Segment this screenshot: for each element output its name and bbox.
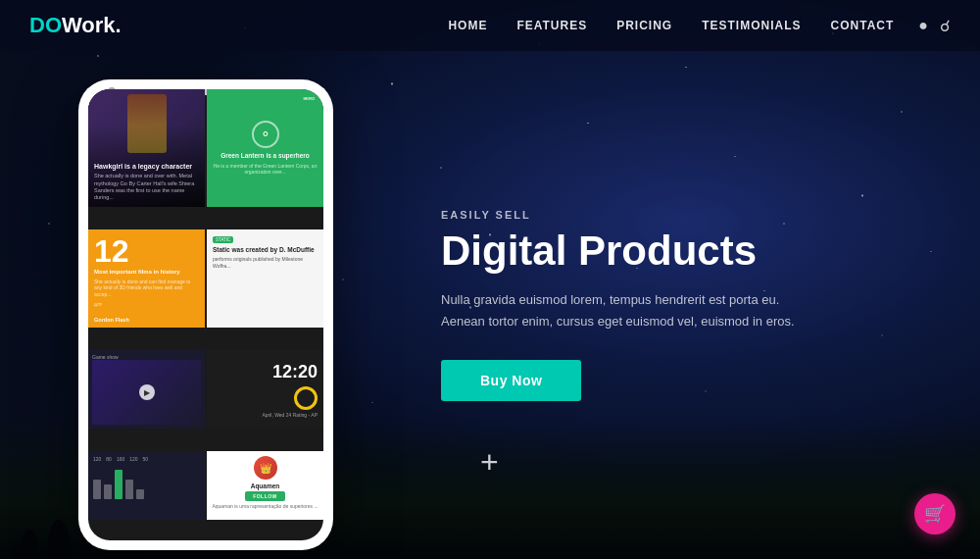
tile-static: STATIC Static was created by D. McDuffie… — [207, 229, 323, 328]
chart-bars — [93, 465, 200, 499]
bar-3-active — [115, 470, 122, 499]
nav-pricing[interactable]: PRICING — [616, 19, 672, 32]
logo-text: DOWork. — [29, 13, 122, 38]
static-sub: performs originals published by Mileston… — [213, 256, 318, 269]
lantern-badge: HERO — [300, 95, 318, 102]
phone-mockup: Hawkgirl is a legacy character She actua… — [78, 79, 333, 550]
logo-do: DO — [29, 13, 62, 37]
gameshow-image: ▶ — [92, 360, 201, 425]
lantern-title: Green Lantern is a superhero — [220, 152, 310, 160]
aquaman-sub: Aquaman is uma rapresentação de superior… — [212, 503, 318, 510]
search-icon[interactable]: ☌ — [940, 17, 951, 35]
hero-section: EASILY SELL Digital Products Nulla gravi… — [412, 189, 980, 421]
hero-description: Nulla gravida euismod lorem, tempus hend… — [441, 289, 813, 332]
phone-screen: Hawkgirl is a legacy character She actua… — [88, 89, 323, 540]
quote-icon: “” — [94, 301, 199, 315]
hero-tagline: EASILY SELL — [441, 209, 931, 221]
avatar: 👑 — [254, 456, 277, 480]
tile-clock: 12:20 April, Wed 24 Rating - AP — [207, 350, 323, 429]
bar-4 — [125, 480, 133, 499]
aquaman-name: Aquamen — [212, 483, 318, 489]
phone-section: Hawkgirl is a legacy character She actua… — [0, 51, 412, 559]
clock-date: April, Wed 24 Rating - AP — [262, 412, 318, 418]
tile-number: 12 Most important films in history She a… — [88, 229, 205, 328]
tile-gameshow: Game show ▶ — [88, 350, 205, 429]
tile-hawkgirl: Hawkgirl is a legacy character She actua… — [88, 89, 205, 207]
chart-labels: 120 80 160 120 50 — [93, 456, 200, 462]
chart-label-5: 50 — [143, 456, 149, 462]
tile-chart: 120 80 160 120 50 — [88, 451, 205, 520]
nav-testimonials[interactable]: TESTIMONIALS — [702, 19, 801, 32]
hawkgirl-figure — [127, 94, 167, 153]
user-icon[interactable]: ● — [918, 17, 928, 34]
tile-aquaman: 👑 Aquamen FOLLOW Aquaman is uma rapresen… — [207, 451, 323, 520]
cart-button[interactable]: 🛒 — [914, 493, 956, 534]
chart-label-3: 160 — [117, 456, 124, 462]
navbar: DOWork. HOME FEATURES PRICING TESTIMONIA… — [0, 0, 980, 51]
person-name: Gordon Flash — [94, 317, 199, 323]
play-button[interactable]: ▶ — [139, 384, 155, 400]
hawkgirl-title: Hawkgirl is a legacy character — [94, 163, 199, 171]
big-number: 12 — [94, 235, 199, 267]
plus-icon: + — [480, 444, 499, 481]
nav-features[interactable]: FEATURES — [516, 19, 587, 32]
bar-1 — [93, 480, 101, 499]
tile-green-lantern: HERO ⚬ Green Lantern is a superhero He i… — [207, 89, 323, 207]
nav-icons: ● ☌ — [918, 17, 951, 35]
clock-time: 12:20 — [272, 362, 318, 382]
static-title: Static was created by D. McDuffie — [213, 246, 318, 254]
follow-button[interactable]: FOLLOW — [245, 491, 285, 501]
bar-5 — [136, 489, 144, 499]
chart-label-4: 120 — [129, 456, 137, 462]
buy-now-button[interactable]: Buy Now — [441, 360, 581, 401]
lantern-ring-icon: ⚬ — [252, 121, 279, 148]
static-tag: STATIC — [213, 236, 233, 243]
nav-links: HOME FEATURES PRICING TESTIMONIALS CONTA… — [448, 19, 894, 32]
nav-contact[interactable]: CONTACT — [831, 19, 895, 32]
nav-home[interactable]: HOME — [448, 19, 487, 32]
chart-label-1: 120 — [93, 456, 101, 462]
clock-circle-icon — [294, 386, 318, 410]
hero-title: Digital Products — [441, 229, 931, 274]
main-content: Hawkgirl is a legacy character She actua… — [0, 51, 980, 559]
number-sub: She actually is done and can find manage… — [94, 279, 199, 298]
hawkgirl-sub: She actually is done and over with. Meta… — [94, 173, 199, 201]
bar-2 — [104, 484, 112, 499]
logo[interactable]: DOWork. — [29, 13, 122, 38]
number-label: Most important films in history — [94, 269, 199, 277]
chart-label-2: 80 — [106, 456, 112, 462]
lantern-sub: He is a member of the Green Lantern Corp… — [213, 163, 318, 176]
